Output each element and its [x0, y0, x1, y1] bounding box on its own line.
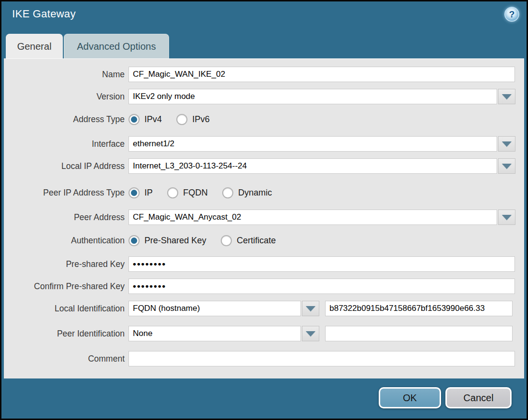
form-row-version: Version	[4, 89, 524, 104]
form-row-address-type: Address Type IPv4 IPv6	[4, 112, 524, 127]
radio-peer-fqdn-label[interactable]: FQDN	[183, 188, 208, 198]
radio-peer-dynamic[interactable]	[222, 187, 233, 198]
peer-type-label: Peer IP Address Type	[4, 188, 125, 198]
form-row-peer-address: Peer Address	[4, 210, 524, 225]
form-row-authentication: Authentication Pre-Shared Key Certificat…	[4, 233, 524, 248]
interface-dropdown-arrow-icon[interactable]	[498, 136, 515, 152]
radio-ipv4-label[interactable]: IPv4	[144, 114, 162, 125]
comment-input[interactable]	[128, 351, 515, 366]
confirm-psk-input[interactable]	[128, 279, 515, 294]
general-tab-panel: Name Version Address Type IPv4 IPv6 Inte…	[4, 58, 524, 378]
form-row-local-id: Local Identification	[4, 301, 524, 316]
interface-label: Interface	[4, 139, 125, 149]
ok-button[interactable]: OK	[379, 387, 441, 408]
version-dropdown-arrow-icon[interactable]	[498, 89, 515, 104]
psk-input[interactable]	[128, 256, 515, 272]
radio-pre-shared-key-label[interactable]: Pre-Shared Key	[144, 236, 206, 246]
local-ip-label: Local IP Address	[4, 161, 125, 171]
name-label: Name	[4, 70, 125, 80]
form-row-comment: Comment	[4, 351, 524, 366]
local-ip-input[interactable]	[128, 158, 497, 174]
psk-label: Pre-shared Key	[4, 259, 125, 269]
name-input[interactable]	[128, 67, 515, 82]
local-id-dropdown-arrow-icon[interactable]	[302, 301, 319, 316]
peer-address-dropdown-arrow-icon[interactable]	[498, 210, 515, 225]
interface-input[interactable]	[128, 136, 497, 152]
form-row-name: Name	[4, 67, 524, 82]
version-input[interactable]	[128, 89, 497, 104]
address-type-label: Address Type	[4, 114, 125, 125]
tab-general[interactable]: General	[6, 34, 63, 58]
peer-address-label: Peer Address	[4, 212, 125, 223]
dialog-title: IKE Gateway	[12, 8, 76, 20]
help-icon[interactable]: ?	[504, 7, 519, 22]
radio-pre-shared-key[interactable]	[128, 235, 140, 246]
radio-certificate-label[interactable]: Certificate	[237, 236, 276, 246]
radio-ipv4[interactable]	[128, 114, 140, 125]
tab-bar: General Advanced Options	[6, 34, 169, 58]
peer-id-dropdown-arrow-icon[interactable]	[302, 326, 319, 341]
comment-label: Comment	[4, 354, 125, 364]
version-label: Version	[4, 92, 125, 102]
peer-id-label: Peer Identification	[4, 329, 125, 339]
peer-id-value-input[interactable]	[325, 326, 513, 341]
form-row-peer-type: Peer IP Address Type IP FQDN Dynamic	[4, 185, 524, 200]
cancel-button[interactable]: Cancel	[445, 387, 512, 408]
peer-id-type-select[interactable]	[128, 326, 301, 341]
peer-address-input[interactable]	[128, 210, 497, 225]
form-row-confirm-psk: Confirm Pre-shared Key	[4, 279, 524, 294]
confirm-psk-label: Confirm Pre-shared Key	[4, 281, 125, 292]
radio-peer-fqdn[interactable]	[167, 187, 178, 198]
form-row-psk: Pre-shared Key	[4, 256, 524, 272]
form-row-peer-id: Peer Identification	[4, 326, 524, 341]
radio-certificate[interactable]	[221, 235, 232, 246]
radio-peer-ip-label[interactable]: IP	[144, 188, 153, 198]
local-id-value-input[interactable]	[325, 301, 513, 316]
radio-peer-dynamic-label[interactable]: Dynamic	[238, 188, 272, 198]
local-id-label: Local Identification	[4, 304, 125, 314]
form-row-interface: Interface	[4, 136, 524, 152]
form-row-local-ip: Local IP Address	[4, 158, 524, 174]
radio-ipv6-label[interactable]: IPv6	[192, 114, 210, 125]
local-id-type-select[interactable]	[128, 301, 301, 316]
authentication-label: Authentication	[4, 236, 125, 246]
radio-ipv6[interactable]	[176, 114, 187, 125]
ike-gateway-dialog: IKE Gateway ? General Advanced Options N…	[0, 0, 528, 420]
local-ip-dropdown-arrow-icon[interactable]	[498, 158, 515, 174]
radio-peer-ip[interactable]	[128, 187, 140, 198]
tab-advanced-options[interactable]: Advanced Options	[64, 34, 169, 58]
